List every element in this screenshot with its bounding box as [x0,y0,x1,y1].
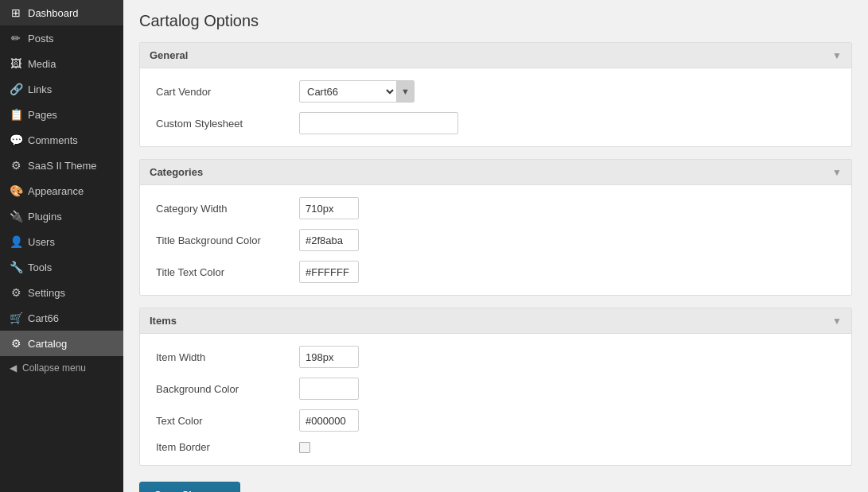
sidebar-item-label: SaaS II Theme [28,160,96,172]
appearance-icon: 🎨 [10,184,22,197]
sidebar: ⊞ Dashboard ✏ Posts 🖼 Media 🔗 Links 📋 Pa… [0,0,123,492]
select-dropdown-icon: ▼ [396,81,414,102]
categories-section-title: Categories [150,166,203,178]
sidebar-item-comments[interactable]: 💬 Comments [0,127,123,153]
media-icon: 🖼 [10,57,22,70]
sidebar-item-label: Dashboard [28,7,79,19]
general-section-header: General ▼ [140,43,851,68]
collapse-menu-label: Collapse menu [22,362,86,374]
items-section-header: Items ▼ [140,308,851,334]
general-chevron-icon: ▼ [832,50,842,61]
sidebar-item-label: Users [28,236,55,248]
sidebar-item-cart66[interactable]: 🛒 Cart66 [0,305,123,331]
categories-chevron-icon: ▼ [832,167,842,178]
items-section-body: Item Width Background Color Text Color I… [140,334,851,465]
sidebar-item-plugins[interactable]: 🔌 Plugins [0,203,123,229]
saas-icon: ⚙ [10,159,22,172]
users-icon: 👤 [10,235,22,248]
background-color-row: Background Color [156,378,835,400]
items-section-title: Items [150,315,177,327]
item-width-row: Item Width [156,346,835,368]
cartalog-icon: ⚙ [10,337,22,350]
cart-vendor-select-wrapper[interactable]: Cart66 WooCommerce Other ▼ [299,80,415,103]
sidebar-item-label: Posts [28,33,54,45]
sidebar-item-media[interactable]: 🖼 Media [0,51,123,76]
title-text-color-label: Title Text Color [156,266,299,278]
sidebar-item-label: Plugins [28,211,62,223]
tools-icon: 🔧 [10,261,22,273]
title-background-color-input[interactable] [299,229,359,251]
sidebar-item-label: Cartalog [28,338,67,350]
plugins-icon: 🔌 [10,210,22,223]
cart-vendor-select[interactable]: Cart66 WooCommerce Other [300,81,396,102]
title-text-color-row: Title Text Color [156,261,835,283]
text-color-input[interactable] [299,409,359,432]
sidebar-item-label: Cart66 [28,312,59,324]
cart66-icon: 🛒 [10,312,22,324]
sidebar-item-label: Settings [28,287,65,299]
text-color-row: Text Color [156,409,835,432]
title-text-color-input[interactable] [299,261,359,283]
sidebar-item-label: Tools [28,261,52,273]
general-section: General ▼ Cart Vendor Cart66 WooCommerce… [139,42,852,147]
sidebar-item-saas[interactable]: ⚙ SaaS II Theme [0,153,123,178]
sidebar-item-links[interactable]: 🔗 Links [0,76,123,102]
categories-section: Categories ▼ Category Width Title Backgr… [139,159,852,296]
dashboard-icon: ⊞ [10,6,22,19]
item-border-row: Item Border [156,441,835,453]
category-width-label: Category Width [156,203,299,215]
custom-stylesheet-row: Custom Stylesheet [156,112,835,134]
title-background-color-label: Title Background Color [156,234,299,246]
settings-icon: ⚙ [10,286,22,299]
category-width-row: Category Width [156,197,835,219]
custom-stylesheet-label: Custom Stylesheet [156,118,299,130]
categories-section-header: Categories ▼ [140,160,851,185]
title-background-color-row: Title Background Color [156,229,835,251]
items-section: Items ▼ Item Width Background Color Text… [139,308,852,466]
sidebar-item-appearance[interactable]: 🎨 Appearance [0,178,123,203]
sidebar-item-tools[interactable]: 🔧 Tools [0,254,123,280]
links-icon: 🔗 [10,83,22,95]
sidebar-item-label: Appearance [28,185,84,197]
save-changes-button[interactable]: Save Changes [139,482,240,492]
sidebar-item-pages[interactable]: 📋 Pages [0,102,123,127]
page-title: Cartalog Options [139,12,852,30]
posts-icon: ✏ [10,32,22,45]
category-width-input[interactable] [299,197,359,219]
sidebar-item-cartalog[interactable]: ⚙ Cartalog [0,331,123,356]
custom-stylesheet-input[interactable] [299,112,458,134]
item-border-checkbox[interactable] [299,442,310,453]
background-color-label: Background Color [156,383,299,395]
cart-vendor-label: Cart Vendor [156,86,299,98]
text-color-label: Text Color [156,415,299,427]
categories-section-body: Category Width Title Background Color Ti… [140,185,851,295]
items-chevron-icon: ▼ [832,316,842,327]
collapse-menu-button[interactable]: ◀ Collapse menu [0,356,123,380]
general-section-body: Cart Vendor Cart66 WooCommerce Other ▼ C… [140,68,851,146]
item-border-label: Item Border [156,441,299,453]
general-section-title: General [150,49,188,61]
sidebar-item-posts[interactable]: ✏ Posts [0,25,123,51]
main-content: Cartalog Options General ▼ Cart Vendor C… [123,0,868,492]
sidebar-item-label: Links [28,83,52,95]
background-color-input[interactable] [299,378,359,400]
sidebar-item-settings[interactable]: ⚙ Settings [0,280,123,305]
item-width-input[interactable] [299,346,359,368]
collapse-icon: ◀ [10,362,17,374]
comments-icon: 💬 [10,134,22,146]
sidebar-item-label: Pages [28,109,57,121]
sidebar-item-label: Comments [28,134,78,146]
sidebar-item-users[interactable]: 👤 Users [0,229,123,254]
sidebar-item-dashboard[interactable]: ⊞ Dashboard [0,0,123,25]
pages-icon: 📋 [10,108,22,121]
cart-vendor-row: Cart Vendor Cart66 WooCommerce Other ▼ [156,80,835,103]
sidebar-item-label: Media [28,58,56,70]
item-width-label: Item Width [156,351,299,363]
